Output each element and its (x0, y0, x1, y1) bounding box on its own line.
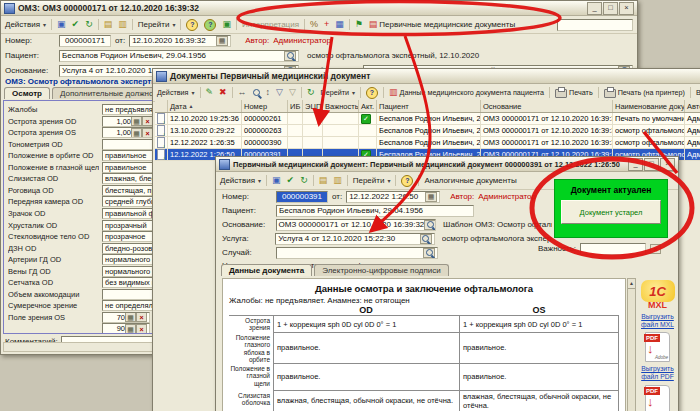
patient-field[interactable]: Беспалов Родион Ильевич, 29.04.1956 (59, 50, 299, 62)
date-field[interactable]: 12.10.2020 16:39:32▦ (129, 35, 231, 47)
goto-menu[interactable]: Перейти▾ (319, 87, 358, 98)
print-button[interactable]: Печать (553, 86, 595, 99)
omz-toolbar-input[interactable] (557, 19, 633, 31)
primary-docs-button[interactable]: ▤Первичные медицинские документы (367, 19, 517, 30)
table-row[interactable]: ↓13.10.2020 0:29:22000000263Беспалов Род… (155, 125, 700, 137)
delete-button[interactable]: ✖ (217, 87, 229, 98)
table-row[interactable]: ↓12.12.2022 1:26:35000000390Беспалов Род… (155, 137, 700, 149)
goto-menu[interactable]: Перейти▾ (136, 19, 178, 30)
search-icon[interactable] (420, 234, 432, 244)
column-header[interactable]: ЭЦП (303, 100, 323, 112)
patient-label: Пациент: (5, 51, 55, 60)
exam-value-field[interactable]: 1,00▦× (102, 116, 156, 127)
calendar-icon[interactable]: ▦ (425, 192, 437, 202)
table-row[interactable]: ↓12.10.2020 19:25:36000000261✓Беспалов Р… (155, 113, 700, 125)
search-icon[interactable] (423, 248, 435, 258)
exam-value-field[interactable]: 1,00▦× (102, 127, 156, 138)
primary-doc-titlebar[interactable]: Первичный медицинский документ: Первичны… (216, 157, 678, 172)
patient-field[interactable]: Беспалов Родион Ильевич, 29.04.1956 (276, 205, 474, 217)
similar-docs-button[interactable]: Аналогичные документы (422, 175, 518, 186)
column-header[interactable]: ИБ (288, 100, 303, 112)
search-icon[interactable] (424, 220, 436, 230)
flag-button[interactable]: ⚑ (353, 19, 365, 30)
interpretation-button[interactable]: Интерпретация (240, 19, 301, 30)
grid-button[interactable]: ▦ (333, 19, 346, 30)
service-field[interactable]: Услуга 4 от 12.10.2020 15:22:30 (275, 233, 435, 245)
maximize-button[interactable]: □ (603, 2, 618, 15)
documents-titlebar[interactable]: Документы Первичный медицинский документ (153, 69, 700, 84)
omz-titlebar[interactable]: ОМЗ: ОМЗ 000000171 от 12.10.2020 16:39:3… (1, 1, 637, 16)
edit-button[interactable]: ✎ (204, 87, 216, 98)
copy-button[interactable]: ▤ (102, 19, 115, 30)
goto-menu[interactable]: Перейти▾ (351, 175, 393, 186)
export-pdf-link[interactable]: Выгрузить файл PDF (638, 365, 678, 381)
column-header[interactable]: Основание (481, 100, 613, 112)
post-button[interactable]: ✔ (70, 19, 82, 30)
close-button[interactable]: × (619, 2, 634, 15)
number-field[interactable]: 000000391 (276, 191, 328, 203)
calculator-icon[interactable]: ▦ (131, 128, 142, 138)
exam-value-field[interactable]: 70▦× (102, 312, 150, 323)
actions-menu[interactable]: Действия▾ (155, 87, 197, 98)
calculator-icon[interactable]: ▦ (125, 324, 136, 334)
clear-icon[interactable]: × (136, 324, 147, 334)
reread-button[interactable]: ↻ (298, 175, 310, 186)
copy2-button[interactable]: ▥ (116, 19, 129, 30)
copy-button[interactable]: ▤ (317, 175, 330, 186)
help-button[interactable]: ? (399, 174, 415, 188)
patient-doc-data-button[interactable]: ▥Данные медицинского документа пациента (387, 87, 546, 98)
importance-field[interactable] (580, 243, 646, 255)
search-icon[interactable] (284, 51, 296, 61)
date-field[interactable]: 12.12.2022 1:26:50▦ (346, 191, 440, 203)
maximize-button[interactable]: □ (644, 158, 659, 171)
actions-menu[interactable]: Действия▾ (218, 175, 263, 186)
help-button[interactable]: ? (364, 86, 380, 100)
refresh-button[interactable]: ↻ (305, 87, 317, 98)
restore-button[interactable]: ↔ (236, 87, 249, 98)
filter-button[interactable]: ▽ (274, 87, 285, 98)
column-header[interactable]: Автор (685, 100, 700, 112)
case-field[interactable] (276, 247, 438, 259)
column-header[interactable]: Акт. (359, 100, 377, 112)
help-button[interactable]: ? (184, 18, 200, 32)
print-to-printer-button[interactable]: Печать (на принтер) (602, 86, 687, 99)
exam-value-field[interactable]: 90▦× (102, 323, 150, 334)
calendar-icon[interactable]: ▦ (216, 36, 228, 46)
export-mxl-link[interactable]: Выгрузить файл MXL (638, 313, 678, 329)
save-close-button[interactable]: ▣ (55, 19, 68, 30)
save-post-button[interactable]: ▣ (220, 19, 233, 30)
column-header[interactable] (155, 100, 168, 112)
document-outdated-button[interactable]: Документ устарел (561, 200, 661, 224)
sort-button[interactable]: ↕ (264, 87, 273, 98)
column-header[interactable]: Номер (242, 100, 288, 112)
add-button[interactable]: + (322, 19, 331, 30)
column-header[interactable]: Наименование документа (613, 100, 685, 112)
clear-icon[interactable]: × (650, 244, 661, 254)
close-button[interactable]: × (660, 158, 675, 171)
filter-off-button[interactable]: ▽ (287, 87, 298, 98)
find-button[interactable] (251, 88, 262, 97)
column-header[interactable]: Пациент (377, 100, 481, 112)
minimize-button[interactable]: _ (628, 158, 643, 171)
tab-doc-data[interactable]: Данные документа (221, 264, 312, 276)
copy2-button[interactable]: ▥ (331, 175, 344, 186)
column-header[interactable]: Важность (323, 100, 359, 112)
number-field[interactable]: 000000171 (59, 35, 111, 47)
percent-button[interactable]: % (308, 19, 320, 30)
all-documents-menu[interactable]: Все документы▾ (694, 87, 700, 98)
report-scrollbar[interactable]: ▲ (627, 278, 636, 411)
column-header[interactable]: Дата▲ (168, 100, 242, 112)
minimize-button[interactable]: _ (587, 2, 602, 15)
post-button[interactable]: ✔ (285, 175, 297, 186)
reread-button[interactable]: ↻ (83, 19, 95, 30)
actions-menu[interactable]: Действия▾ (3, 19, 48, 30)
tab-osmotr[interactable]: Осмотр (4, 87, 50, 99)
clear-icon[interactable]: × (136, 312, 147, 322)
save-close-button[interactable]: ▣ (270, 175, 283, 186)
calculator-icon[interactable]: ▦ (131, 116, 142, 126)
basis-field[interactable]: ОМЗ 000000171 от 12.10.2020 16:39:32 (276, 219, 437, 231)
tab-digital-signatures[interactable]: Электронно-цифровые подписи (314, 264, 448, 276)
calculator-icon[interactable]: ▦ (125, 312, 136, 322)
help2-button[interactable]: ? (202, 18, 218, 32)
scroll-up-icon[interactable]: ▲ (628, 279, 635, 289)
